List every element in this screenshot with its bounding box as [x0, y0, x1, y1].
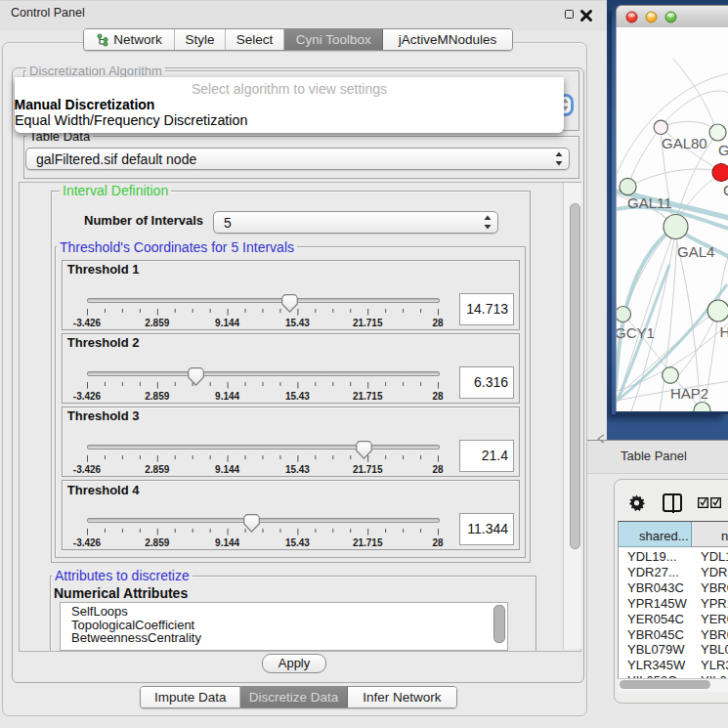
svg-text:C: C [723, 182, 728, 198]
svg-text:GAL11: GAL11 [627, 194, 672, 211]
svg-text:H: H [720, 323, 728, 340]
svg-text:GA: GA [718, 142, 728, 158]
svg-text:HAP2: HAP2 [670, 385, 708, 402]
svg-text:GCY1: GCY1 [617, 324, 655, 341]
svg-text:GAL4: GAL4 [677, 243, 714, 260]
svg-text:GAL80: GAL80 [662, 135, 707, 151]
